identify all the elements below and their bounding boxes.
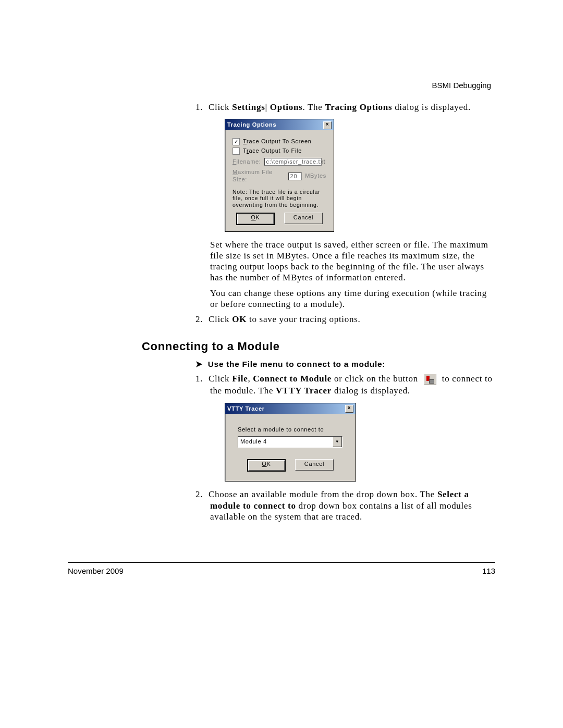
dialog-titlebar: VTTY Tracer × xyxy=(225,403,356,414)
footer-rule xyxy=(68,562,495,563)
bold: Connect to Module xyxy=(253,374,332,384)
footer-date: November 2009 xyxy=(68,566,124,575)
cancel-button[interactable]: Cancel xyxy=(295,459,334,471)
ok-button[interactable]: OK xyxy=(247,459,286,472)
sub-instruction-text: Use the File menu to connect to a module… xyxy=(208,360,385,368)
section-heading: Connecting to a Module xyxy=(142,339,495,354)
maxsize-label: Maximum File Size: xyxy=(232,169,285,183)
select-label: Select a module to connect to xyxy=(238,426,343,434)
text: to save your tracing options. xyxy=(247,314,360,324)
sec2-step-2: 2. Choose an available module from the d… xyxy=(195,489,495,522)
maxsize-unit: MBytes xyxy=(305,172,326,180)
tracing-options-dialog: Tracing Options × ✓ Trace Output To Scre… xyxy=(225,119,334,231)
text: , xyxy=(248,374,253,384)
step-2: 2. Click OK to save your tracing options… xyxy=(195,314,495,325)
bold: Tracing Options xyxy=(325,102,392,112)
checkbox-label: Trace Output To Screen xyxy=(243,138,312,145)
dialog-title: VTTY Tracer xyxy=(227,405,265,413)
text: Click xyxy=(209,374,232,384)
paragraph: Set where the trace output is saved, eit… xyxy=(210,239,495,283)
chevron-down-icon[interactable]: ▼ xyxy=(333,437,342,447)
filename-input[interactable]: c:\temp\scr_trace.txt xyxy=(264,158,322,166)
text: or click on the button xyxy=(332,374,421,384)
dialog-note: Note: The trace file is a circular file,… xyxy=(232,189,326,208)
page-number: 113 xyxy=(482,566,495,575)
checkbox-label: Trace Output To File xyxy=(243,147,302,155)
bold: File xyxy=(232,374,248,384)
text: Choose an available module from the drop… xyxy=(209,489,437,499)
bold: VTTY Tracer xyxy=(276,386,332,396)
text: dialog is displayed. xyxy=(392,102,471,112)
text: Click xyxy=(209,102,232,112)
filename-label: Filename: xyxy=(232,158,261,166)
selected-value: Module 4 xyxy=(240,438,267,446)
dialog-titlebar: Tracing Options × xyxy=(225,119,334,130)
sub-instruction: ➤ Use the File menu to connect to a modu… xyxy=(195,359,495,369)
paragraph: You can change these options any time du… xyxy=(210,288,495,310)
ok-button[interactable]: OK xyxy=(236,213,275,225)
connect-module-icon[interactable] xyxy=(424,374,436,385)
text: Click xyxy=(209,314,232,324)
cancel-button[interactable]: Cancel xyxy=(284,213,323,224)
checkbox-trace-screen[interactable]: ✓ xyxy=(232,138,240,145)
text: dialog is displayed. xyxy=(332,386,410,396)
dialog-title: Tracing Options xyxy=(227,121,276,129)
step-1: 1. Click Settings| Options. The Tracing … xyxy=(195,102,495,310)
module-select[interactable]: Module 4 ▼ xyxy=(238,436,342,448)
maxsize-input[interactable]: 20 xyxy=(288,172,302,180)
close-icon[interactable]: × xyxy=(323,121,332,129)
close-icon[interactable]: × xyxy=(345,405,353,413)
text: . The xyxy=(302,102,325,112)
vtty-tracer-dialog: VTTY Tracer × Select a module to connect… xyxy=(225,403,356,482)
running-header: BSMI Debugging xyxy=(432,81,491,90)
bold: OK xyxy=(232,314,247,324)
sec2-step-1: 1. Click File, Connect to Module or clic… xyxy=(195,373,495,482)
checkbox-trace-file[interactable] xyxy=(232,147,240,155)
bold: Settings| Options xyxy=(232,102,302,112)
